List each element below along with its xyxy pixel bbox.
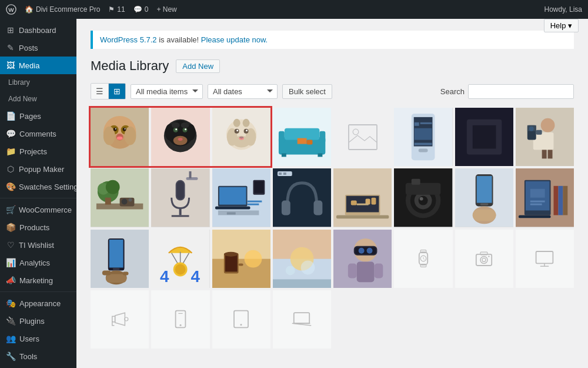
- svg-rect-136: [530, 204, 542, 205]
- svg-rect-109: [351, 201, 357, 205]
- media-item[interactable]: [212, 230, 270, 288]
- media-item[interactable]: [394, 108, 452, 166]
- media-item[interactable]: [273, 168, 331, 227]
- media-item[interactable]: [394, 230, 452, 288]
- svg-rect-143: [102, 270, 111, 275]
- sidebar-item-library[interactable]: Library: [0, 74, 76, 91]
- sidebar-item-settings[interactable]: ⚙ Settings: [0, 365, 76, 368]
- svg-rect-133: [563, 186, 567, 216]
- bulk-select-button[interactable]: Bulk select: [282, 84, 332, 99]
- media-item[interactable]: [273, 108, 331, 166]
- media-type-filter[interactable]: All media items Images Audio Video: [131, 84, 203, 99]
- admin-bar: W 🏠 Divi Ecommerce Pro ⚑ 11 💬 0 + New Ho…: [0, 0, 588, 19]
- svg-line-180: [423, 258, 425, 260]
- dashboard-icon: ⊞: [6, 25, 15, 35]
- sidebar-item-analytics[interactable]: 📊 Analytics: [0, 254, 76, 271]
- wp-version-link[interactable]: WordPress 5.7.2: [100, 35, 157, 44]
- svg-rect-66: [533, 132, 554, 150]
- media-item[interactable]: [273, 290, 331, 349]
- update-link[interactable]: Please update now.: [201, 35, 268, 44]
- svg-rect-56: [419, 148, 428, 152]
- site-name-link[interactable]: 🏠 Divi Ecommerce Pro: [25, 5, 100, 14]
- media-item[interactable]: [212, 290, 270, 349]
- media-item[interactable]: [91, 290, 149, 349]
- svg-rect-72: [547, 150, 552, 158]
- media-item[interactable]: [455, 230, 513, 288]
- media-item[interactable]: [151, 168, 209, 227]
- sidebar-item-marketing[interactable]: 📣 Marketing: [0, 271, 76, 289]
- svg-rect-123: [476, 176, 492, 203]
- svg-rect-92: [215, 207, 250, 210]
- notifications-link[interactable]: ⚑ 11: [108, 5, 125, 14]
- svg-rect-58: [420, 122, 432, 124]
- svg-rect-154: [212, 258, 270, 288]
- media-item[interactable]: [212, 168, 270, 227]
- svg-rect-172: [357, 261, 375, 282]
- sidebar-item-comments[interactable]: 💬 Comments: [0, 125, 76, 142]
- projects-icon: 📁: [6, 147, 16, 156]
- help-button[interactable]: Help ▾: [544, 19, 579, 32]
- svg-point-41: [242, 119, 249, 127]
- media-item[interactable]: [455, 108, 513, 166]
- media-item[interactable]: [273, 230, 331, 288]
- media-item[interactable]: 4 4: [151, 230, 209, 288]
- media-item[interactable]: [516, 230, 574, 288]
- grid-view-button[interactable]: ⊞: [109, 84, 125, 99]
- sidebar-item-popup-maker[interactable]: ⬡ Popup Maker: [0, 160, 76, 178]
- svg-rect-139: [109, 239, 123, 267]
- media-item[interactable]: [151, 290, 209, 349]
- search-input[interactable]: [468, 84, 574, 99]
- svg-point-13: [125, 128, 126, 130]
- svg-rect-100: [282, 201, 290, 216]
- svg-point-26: [185, 128, 186, 130]
- media-item[interactable]: [212, 108, 270, 166]
- sidebar-item-swatches-settings[interactable]: 🎨 Swatches Settings: [0, 178, 76, 195]
- products-icon: 📦: [6, 223, 16, 232]
- media-item[interactable]: [91, 108, 149, 166]
- svg-point-52: [353, 129, 359, 135]
- comments-icon: 💬: [133, 5, 142, 14]
- main-layout: ⊞ Dashboard ✎ Posts 🖼 Media Library Add …: [0, 19, 588, 368]
- sidebar-item-plugins[interactable]: 🔌 Plugins: [0, 312, 76, 330]
- sidebar-item-posts[interactable]: ✎ Posts: [0, 39, 76, 57]
- svg-point-70: [529, 127, 534, 131]
- svg-rect-131: [553, 186, 558, 216]
- sidebar-item-media[interactable]: 🖼 Media: [0, 57, 76, 74]
- media-item[interactable]: [516, 108, 574, 166]
- posts-icon: ✎: [6, 43, 15, 52]
- media-item[interactable]: [333, 230, 392, 288]
- media-item[interactable]: [91, 230, 149, 288]
- sidebar-item-products[interactable]: 📦 Products: [0, 218, 76, 236]
- analytics-icon: 📊: [6, 258, 16, 267]
- add-new-link[interactable]: + New: [156, 5, 176, 14]
- add-new-button[interactable]: Add New: [176, 59, 220, 73]
- list-view-button[interactable]: ☰: [91, 84, 109, 99]
- svg-rect-63: [472, 125, 496, 149]
- sidebar-item-projects[interactable]: 📁 Projects: [0, 142, 76, 160]
- svg-rect-134: [530, 189, 545, 198]
- media-item[interactable]: [91, 168, 149, 227]
- media-item[interactable]: [333, 108, 392, 166]
- wp-logo-link[interactable]: W: [6, 4, 16, 15]
- svg-rect-85: [179, 208, 182, 216]
- media-item[interactable]: [333, 168, 392, 227]
- sidebar-item-pages[interactable]: 📄 Pages: [0, 107, 76, 125]
- appearance-icon: 🎭: [6, 299, 16, 308]
- sidebar-item-ti-wishlist[interactable]: ♡ TI Wishlist: [0, 236, 76, 254]
- svg-rect-144: [123, 271, 129, 275]
- svg-rect-174: [374, 263, 383, 278]
- media-item[interactable]: [516, 168, 574, 227]
- sidebar-item-woocommerce[interactable]: 🛒 WooCommerce: [0, 201, 76, 218]
- sidebar-item-tools[interactable]: 🔧 Tools: [0, 347, 76, 365]
- media-item[interactable]: [394, 168, 452, 227]
- media-item[interactable]: [455, 168, 513, 227]
- comments-link[interactable]: 💬 0: [133, 5, 149, 14]
- svg-rect-132: [558, 186, 563, 216]
- sidebar-item-add-new[interactable]: Add New: [0, 91, 76, 107]
- pages-icon: 📄: [6, 111, 16, 121]
- media-item[interactable]: [151, 108, 209, 166]
- sidebar-item-users[interactable]: 👥 Users: [0, 330, 76, 347]
- sidebar-item-appearance[interactable]: 🎭 Appearance: [0, 294, 76, 312]
- date-filter[interactable]: All dates January 2021 February 2021: [208, 84, 278, 99]
- sidebar-item-dashboard[interactable]: ⊞ Dashboard: [0, 21, 76, 39]
